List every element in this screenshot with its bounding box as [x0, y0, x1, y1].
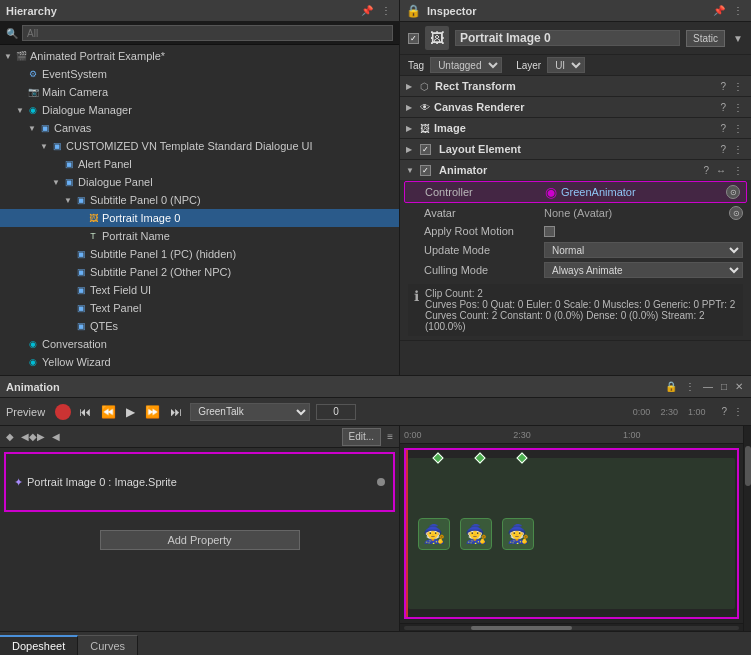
animation-close-icon[interactable]: ✕	[733, 380, 745, 393]
animator-update-mode-select[interactable]: Normal	[544, 242, 743, 258]
hierarchy-menu-icon[interactable]: ⋮	[379, 4, 393, 17]
tree-item-text-field-ui[interactable]: ▣Text Field UI	[0, 281, 399, 299]
play-button[interactable]: ▶	[124, 404, 137, 420]
tree-label-subtitle-panel-npc: Subtitle Panel 0 (NPC)	[90, 194, 201, 206]
rect-transform-question-icon[interactable]: ?	[718, 80, 728, 93]
inspector-layer-select[interactable]: UI	[547, 57, 585, 73]
animator-controller-select-btn[interactable]: ⊙	[726, 185, 740, 199]
image-question-icon[interactable]: ?	[718, 122, 728, 135]
animation-toolbar-right-icons: ? ⋮	[719, 405, 745, 418]
animation-maximize-icon[interactable]: □	[719, 380, 729, 393]
inspector-active-checkbox[interactable]	[408, 33, 419, 44]
tree-item-text-panel[interactable]: ▣Text Panel	[0, 299, 399, 317]
tree-item-yellow-wizard[interactable]: ◉Yellow Wizard	[0, 353, 399, 371]
tree-item-customized-vn[interactable]: ▼▣CUSTOMIZED VN Template Standard Dialog…	[0, 137, 399, 155]
animation-menu-icon[interactable]: ⋮	[683, 380, 697, 393]
tree-item-animated-portrait[interactable]: ▼🎬Animated Portrait Example*	[0, 47, 399, 65]
rect-transform-settings-icon: ⬡	[420, 81, 429, 92]
canvas-renderer-question-icon[interactable]: ?	[718, 101, 728, 114]
animation-question-icon[interactable]: ?	[719, 405, 729, 418]
tree-item-dialogue-manager[interactable]: ▼◉Dialogue Manager	[0, 101, 399, 119]
tree-item-dialogue-panel[interactable]: ▼▣Dialogue Panel	[0, 173, 399, 191]
tree-label-subtitle-panel-pc: Subtitle Panel 1 (PC) (hidden)	[90, 248, 236, 260]
tree-item-alert-panel[interactable]: ▣Alert Panel	[0, 155, 399, 173]
inspector-static-button[interactable]: Static	[686, 30, 725, 47]
skip-to-start-button[interactable]: ⏮	[77, 404, 93, 420]
animation-frame-input[interactable]	[316, 404, 356, 420]
add-property-container: Add Property	[0, 524, 399, 556]
tree-icon-conversation: ◉	[26, 337, 40, 351]
tree-item-portrait-image-0[interactable]: 🖼Portrait Image 0	[0, 209, 399, 227]
next-frame-button[interactable]: ⏩	[143, 404, 162, 420]
inspector-pin-icon[interactable]: 📌	[711, 4, 727, 17]
preview-label: Preview	[6, 406, 45, 418]
animator-question-icon[interactable]: ?	[701, 164, 711, 177]
layout-element-header[interactable]: ▶ Layout Element ? ⋮	[400, 139, 751, 159]
tree-arrow-animated-portrait: ▼	[4, 52, 14, 61]
timeline-horizontal-scrollbar[interactable]	[400, 623, 743, 631]
animator-root-motion-row: Apply Root Motion	[400, 222, 751, 240]
hierarchy-pin-icon[interactable]: 📌	[359, 4, 375, 17]
animation-minimize-icon[interactable]: —	[701, 380, 715, 393]
record-button[interactable]	[55, 404, 71, 420]
animator-checkbox[interactable]	[420, 165, 431, 176]
inspector-tag-select[interactable]: Untagged	[430, 57, 502, 73]
keyframe-nav-icon[interactable]: ◀	[50, 430, 62, 443]
inspector-menu-icon[interactable]: ⋮	[731, 4, 745, 17]
animation-title: Animation	[6, 381, 60, 393]
tree-icon-dialogue-manager: ◉	[26, 103, 40, 117]
canvas-renderer-menu-icon[interactable]: ⋮	[731, 101, 745, 114]
tree-item-canvas[interactable]: ▼▣Canvas	[0, 119, 399, 137]
prev-frame-button[interactable]: ⏪	[99, 404, 118, 420]
scroll-thumb[interactable]	[471, 626, 572, 630]
tree-item-conversation[interactable]: ◉Conversation	[0, 335, 399, 353]
tree-item-event-system[interactable]: ⚙EventSystem	[0, 65, 399, 83]
animator-avatar-select-btn[interactable]: ⊙	[729, 206, 743, 220]
animator-culling-mode-select[interactable]: Always Animate	[544, 262, 743, 278]
tree-item-subtitle-panel-pc[interactable]: ▣Subtitle Panel 1 (PC) (hidden)	[0, 245, 399, 263]
inspector-obj-name-input[interactable]	[455, 30, 680, 46]
add-property-button[interactable]: Add Property	[100, 530, 300, 550]
keyframe-snap-icon[interactable]: ◆	[4, 430, 16, 443]
animation-header: Animation 🔒 ⋮ — □ ✕	[0, 376, 751, 398]
tree-item-subtitle-panel-npc[interactable]: ▼▣Subtitle Panel 0 (NPC)	[0, 191, 399, 209]
canvas-renderer-header[interactable]: ▶ 👁 Canvas Renderer ? ⋮	[400, 97, 751, 117]
layout-element-menu-icon[interactable]: ⋮	[731, 143, 745, 156]
info-icon: ℹ	[414, 288, 419, 304]
timeline-track-bg	[408, 458, 735, 609]
image-header[interactable]: ▶ 🖼 Image ? ⋮	[400, 118, 751, 138]
image-menu-icon[interactable]: ⋮	[731, 122, 745, 135]
tree-item-subtitle-panel-other[interactable]: ▣Subtitle Panel 2 (Other NPC)	[0, 263, 399, 281]
animation-lock-icon[interactable]: 🔒	[663, 380, 679, 393]
edit-button[interactable]: Edit...	[342, 428, 382, 446]
v-scroll-thumb[interactable]	[745, 446, 751, 486]
layout-element-checkbox[interactable]	[420, 144, 431, 155]
timeline-vertical-scrollbar[interactable]	[743, 426, 751, 631]
layout-element-question-icon[interactable]: ?	[718, 143, 728, 156]
tab-curves[interactable]: Curves	[78, 635, 138, 655]
animator-menu-icon[interactable]: ⋮	[731, 164, 745, 177]
tab-dopesheet[interactable]: Dopesheet	[0, 635, 78, 655]
rect-transform-settings-btn[interactable]: ⋮	[731, 80, 745, 93]
animator-header[interactable]: ▼ Animator ? ↔ ⋮	[400, 160, 751, 180]
animator-arrow: ▼	[406, 166, 416, 175]
track-keyframe-dot[interactable]	[377, 478, 385, 486]
animation-dots-icon[interactable]: ⋮	[731, 405, 745, 418]
keyframe-add-icon[interactable]: ◀◆▶	[19, 430, 47, 443]
layout-element-section: ▶ Layout Element ? ⋮	[400, 139, 751, 160]
animation-bottom-tabs: Dopesheet Curves	[0, 631, 751, 655]
tree-item-portrait-name[interactable]: TPortrait Name	[0, 227, 399, 245]
animation-panel: Animation 🔒 ⋮ — □ ✕ Preview ⏮ ⏪ ▶ ⏩ ⏭ Gr…	[0, 375, 751, 655]
hierarchy-search-input[interactable]	[22, 25, 393, 41]
animation-header-icons: 🔒 ⋮ — □ ✕	[663, 380, 745, 393]
animator-expand-icon[interactable]: ↔	[714, 164, 728, 177]
tree-item-main-camera[interactable]: 📷Main Camera	[0, 83, 399, 101]
skip-to-end-button[interactable]: ⏭	[168, 404, 184, 420]
animator-root-motion-checkbox[interactable]	[544, 226, 555, 237]
timeline-ruler: 0:00 2:30 1:00	[400, 426, 743, 444]
animation-list-icon[interactable]: ≡	[385, 430, 395, 443]
rect-transform-header[interactable]: ▶ ⬡ Rect Transform ? ⋮	[400, 76, 751, 96]
animation-clip-select[interactable]: GreenTalk	[190, 403, 310, 421]
inspector-title-group: 🔒 Inspector	[406, 4, 477, 18]
tree-item-qtes[interactable]: ▣QTEs	[0, 317, 399, 335]
